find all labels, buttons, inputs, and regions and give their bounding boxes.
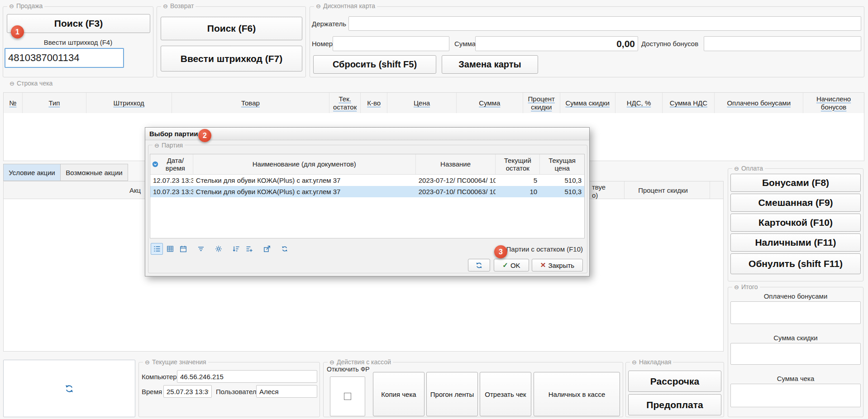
cell-stock: 10 <box>496 186 540 197</box>
annotation-badge-3: 3 <box>494 245 507 258</box>
settings-gear-icon[interactable] <box>212 243 224 255</box>
column-header-label: Дата/время <box>160 157 191 172</box>
installment-button[interactable]: Рассрочка <box>628 371 721 392</box>
promo-discount-column-header[interactable]: Процент скидки <box>627 186 699 194</box>
group-title: Дисконтная карта <box>323 2 375 10</box>
bonus-available-input[interactable] <box>704 36 861 51</box>
receipt-table-header: № Тип Штрихкод Товар Тек. остаток К-во Ц… <box>3 92 864 114</box>
column-header[interactable]: Тек. остаток <box>329 93 361 113</box>
pay-mixed-button[interactable]: Смешанная (F9) <box>730 194 861 212</box>
card-number-label: Номер <box>312 40 333 48</box>
sale-barcode-input[interactable] <box>5 48 124 68</box>
prepayment-button[interactable]: Предоплата <box>628 394 721 415</box>
column-header[interactable]: Штрихкод <box>86 93 172 113</box>
column-header-name[interactable]: Наименование (для документов) <box>193 154 416 174</box>
pay-card-button[interactable]: Карточкой (F10) <box>730 214 861 232</box>
cash-in-register-button[interactable]: Наличных в кассе <box>534 372 620 416</box>
batch-toolbar: Партии с остатком (F10) <box>150 242 585 256</box>
annotation-badge-1: 1 <box>11 25 24 38</box>
paid-bonus-input[interactable] <box>730 301 861 324</box>
user-input[interactable] <box>256 385 317 398</box>
discount-sum-input[interactable] <box>730 343 861 365</box>
ok-button[interactable]: ✓ OK <box>494 259 529 271</box>
list-view-icon[interactable] <box>151 243 163 255</box>
promo-column-fragment-right-top: твуе <box>592 183 606 191</box>
sale-search-button[interactable]: Поиск (F3) <box>7 14 150 33</box>
pay-bonus-button[interactable]: Бонусами (F8) <box>730 174 861 192</box>
group-title: Продажа <box>16 2 43 10</box>
card-reset-button[interactable]: Сбросить (shift F5) <box>313 55 436 74</box>
pay-reset-button[interactable]: Обнулить (shift F11) <box>730 253 861 274</box>
calendar-icon[interactable] <box>177 243 189 255</box>
column-header-label: Название <box>440 160 471 168</box>
column-header-doc[interactable]: Название <box>416 154 496 174</box>
column-header-stock[interactable]: Текущий остаток <box>496 154 540 174</box>
column-header-label: Сумма <box>479 99 500 107</box>
column-header[interactable]: Цена <box>387 93 457 113</box>
column-header[interactable]: Оплачено бонусами <box>715 93 803 113</box>
column-header-label: Тек. остаток <box>330 95 359 111</box>
collapse-icon[interactable]: ⊖ <box>9 3 14 10</box>
computer-input[interactable] <box>177 370 317 383</box>
column-header-price[interactable]: Текущая цена <box>540 154 584 174</box>
collapse-icon[interactable]: ⊖ <box>329 359 334 366</box>
column-header[interactable]: Начислено бонусов <box>803 93 864 113</box>
cell-datetime: 12.07.23 13:36 <box>150 175 193 186</box>
receipt-sum-input[interactable] <box>730 384 861 407</box>
refund-group-label: ⊖ Возврат <box>161 2 196 10</box>
collapse-icon[interactable]: ⊖ <box>734 165 739 172</box>
column-header[interactable]: № <box>4 93 23 113</box>
reload-loop-icon[interactable] <box>278 243 291 255</box>
column-header[interactable]: НДС, % <box>615 93 663 113</box>
stock-filter-label[interactable]: Партии с остатком (F10) <box>506 245 583 253</box>
cut-receipt-button[interactable]: Отрезать чек <box>480 372 531 416</box>
card-replace-button[interactable]: Замена карты <box>442 55 538 74</box>
column-header[interactable]: Сумма скидки <box>560 93 615 113</box>
group-title: Накладная <box>639 358 671 366</box>
collapse-icon[interactable]: ⊖ <box>163 3 168 10</box>
collapse-icon[interactable]: ⊖ <box>632 359 637 366</box>
refund-barcode-button[interactable]: Ввести штрихкод (F7) <box>161 46 302 71</box>
close-button[interactable]: ✕ Закрыть <box>532 259 583 271</box>
column-header[interactable]: Тип <box>23 93 86 113</box>
column-header[interactable]: Сумма НДС <box>663 93 715 113</box>
grid-view-icon[interactable] <box>164 243 176 255</box>
disable-fr-panel <box>330 376 365 416</box>
disable-fr-checkbox[interactable] <box>344 393 351 400</box>
receipt-copy-button[interactable]: Копия чека <box>373 372 424 416</box>
column-header-datetime[interactable]: Дата/время <box>150 154 193 174</box>
refund-search-button[interactable]: Поиск (F6) <box>161 17 302 40</box>
sale-barcode-label: Ввести штрихкод (F4) <box>3 38 153 46</box>
tape-run-button[interactable]: Прогон ленты <box>426 372 478 416</box>
card-number-input[interactable] <box>333 36 449 51</box>
column-header[interactable]: Товар <box>172 93 330 113</box>
dialog-title-bar[interactable]: Выбор партии <box>145 128 589 140</box>
column-header[interactable]: К-во <box>361 93 387 113</box>
table-row[interactable]: 12.07.23 13:36 Стельки для обуви КОЖА(Pl… <box>150 175 584 186</box>
filter-icon[interactable] <box>195 243 207 255</box>
open-external-icon[interactable] <box>261 243 273 255</box>
collapse-icon[interactable]: ⊖ <box>734 284 739 290</box>
sort-icon[interactable] <box>152 161 158 167</box>
paid-bonus-label: Оплачено бонусами <box>728 292 863 300</box>
collapse-icon[interactable]: ⊖ <box>10 80 14 87</box>
time-input[interactable] <box>163 385 212 398</box>
list-add-icon[interactable] <box>243 243 255 255</box>
column-header[interactable]: Сумма <box>457 93 523 113</box>
column-header-label: Оплачено бонусами <box>727 99 791 107</box>
tab-possible-promos[interactable]: Возможные акции <box>60 164 128 181</box>
card-sum-input[interactable] <box>475 36 638 51</box>
collapse-icon[interactable]: ⊖ <box>316 3 321 10</box>
pay-cash-button[interactable]: Наличными (F11) <box>730 233 861 252</box>
dialog-refresh-button[interactable] <box>468 259 490 271</box>
column-header[interactable]: Процент скидки <box>523 93 560 113</box>
holder-input[interactable] <box>348 16 861 31</box>
discount-sum-label: Сумма скидки <box>728 334 863 342</box>
collapse-icon[interactable]: ⊖ <box>154 142 159 149</box>
refresh-icon[interactable] <box>64 384 74 394</box>
bonus-available-label: Доступно бонусов <box>641 40 698 48</box>
sort-list-icon[interactable] <box>230 243 242 255</box>
tab-promo-conditions[interactable]: Условие акции <box>3 164 61 181</box>
table-row-selected[interactable]: 10.07.23 13:35 Стельки для обуви КОЖА(Pl… <box>150 186 584 197</box>
collapse-icon[interactable]: ⊖ <box>145 359 150 366</box>
